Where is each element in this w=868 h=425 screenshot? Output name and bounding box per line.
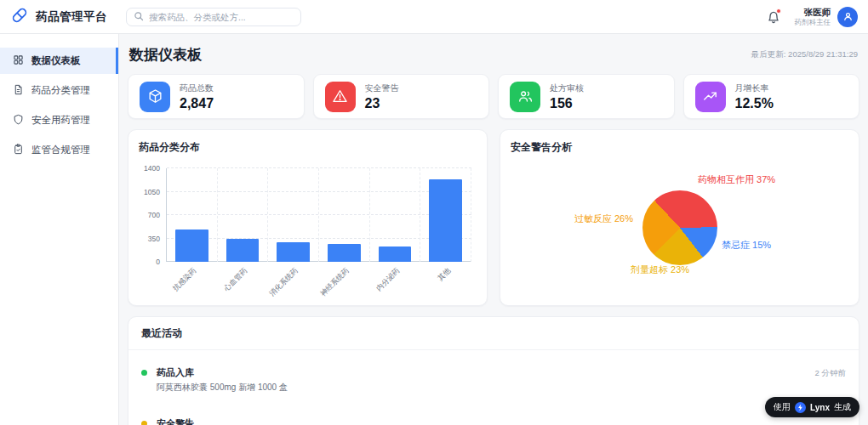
stat-value: 23	[365, 96, 399, 111]
search-input[interactable]	[149, 12, 294, 22]
sidebar-item-label: 监管合规管理	[31, 144, 90, 156]
stat-value: 12.5%	[735, 96, 774, 111]
stat-label: 安全警告	[365, 82, 399, 94]
stat-label: 处方审核	[550, 82, 584, 94]
alert-triangle-icon	[325, 82, 356, 112]
sidebar-item-compliance[interactable]: 监管合规管理	[0, 137, 118, 163]
lynx-logo-icon	[795, 402, 806, 413]
users-icon	[510, 82, 540, 112]
stat-card-safety-alerts: 安全警告 23	[313, 74, 490, 119]
sidebar-item-label: 安全用药管理	[31, 114, 90, 127]
stat-label: 月增长率	[735, 82, 774, 94]
top-header: 药品管理平台 张医师 药剂科主任	[0, 0, 868, 34]
stat-card-prescription-review: 处方审核 156	[498, 74, 675, 119]
status-dot	[141, 370, 147, 376]
badge-prefix: 使用	[774, 401, 791, 413]
stat-label: 药品总数	[180, 82, 214, 94]
recent-activity-title: 最近活动	[128, 317, 859, 350]
bar-columns: 抗感染药心血管药消化系统药神经系统药内分泌药其他	[167, 168, 471, 262]
sidebar-item-drug-category[interactable]: 药品分类管理	[0, 77, 118, 104]
dashboard-grid-icon	[13, 54, 24, 67]
activity-item: 药品入库 阿莫西林胶囊 500mg 新增 1000 盒 2 分钟前	[141, 354, 846, 405]
capsule-pill-icon	[10, 6, 29, 28]
activity-title: 安全警告	[157, 417, 276, 425]
activity-desc: 阿莫西林胶囊 500mg 新增 1000 盒	[157, 382, 288, 394]
pie-chart-title: 安全警告分析	[511, 140, 848, 155]
bar-chart-card: 药品分类分布 035070010501400 抗感染药心血管药消化系统药神经系统…	[128, 129, 488, 306]
main-content: 数据仪表板 最后更新: 2025/8/29 21:31:29 药品总数 2,84…	[119, 34, 868, 425]
activity-time: 2 分钟前	[815, 366, 846, 379]
badge-suffix: 生成	[834, 401, 851, 413]
stats-row: 药品总数 2,847 安全警告 23	[128, 74, 859, 119]
stat-value: 2,847	[180, 96, 214, 111]
pie-label-drug-interaction: 药物相互作用 37%	[698, 173, 775, 186]
sidebar-item-label: 数据仪表板	[31, 54, 81, 67]
search-icon	[134, 9, 144, 25]
bar-y-axis: 035070010501400	[139, 168, 166, 262]
user-role: 药剂科主任	[795, 18, 831, 27]
app-title: 药品管理平台	[36, 9, 107, 25]
status-dot	[141, 421, 147, 425]
app-logo: 药品管理平台	[10, 6, 119, 28]
recent-activity-card: 最近活动 药品入库 阿莫西林胶囊 500mg 新增 1000 盒 2 分钟前 安…	[128, 316, 859, 425]
page-title: 数据仪表板	[129, 45, 202, 65]
clipboard-check-icon	[13, 144, 24, 156]
user-name: 张医师	[795, 7, 831, 18]
trending-up-icon	[695, 82, 726, 112]
shield-icon	[13, 114, 24, 127]
pie-label-contraindication: 禁忌症 15%	[722, 239, 771, 252]
activity-title: 药品入库	[157, 366, 288, 379]
avatar[interactable]	[837, 7, 858, 27]
last-updated: 最后更新: 2025/8/29 21:31:29	[751, 49, 858, 60]
badge-brand: Lynx	[810, 403, 830, 412]
stat-value: 156	[550, 96, 584, 111]
pie	[642, 190, 717, 265]
bar-chart-title: 药品分类分布	[139, 140, 477, 155]
pie-chart-card: 安全警告分析 药物相互作用 37% 禁忌症 15% 剂量超标 23% 过敏反应 …	[500, 129, 859, 306]
pie-area: 药物相互作用 37% 禁忌症 15% 剂量超标 23% 过敏反应 26%	[511, 156, 848, 294]
sidebar-item-dashboard[interactable]: 数据仪表板	[0, 48, 118, 74]
package-icon	[140, 82, 170, 112]
pie-label-overdose: 剂量超标 23%	[631, 264, 689, 276]
sidebar-item-label: 药品分类管理	[31, 84, 90, 97]
pie-label-allergy: 过敏反应 26%	[574, 212, 633, 225]
activity-item: 安全警告 华法林与阿司匹林相互作用检测	[141, 405, 846, 425]
sidebar-item-medication-safety[interactable]: 安全用药管理	[0, 107, 118, 133]
bar-plot: 抗感染药心血管药消化系统药神经系统药内分泌药其他	[166, 168, 471, 262]
lynx-badge[interactable]: 使用 Lynx 生成	[765, 397, 859, 417]
stat-card-monthly-growth: 月增长率 12.5%	[683, 74, 860, 119]
document-icon	[13, 84, 24, 97]
user-menu[interactable]: 张医师 药剂科主任	[795, 7, 859, 27]
sidebar: 数据仪表板 药品分类管理 安全用药管理	[0, 34, 119, 425]
stat-card-total-drugs: 药品总数 2,847	[128, 74, 305, 119]
notification-dot	[776, 8, 781, 14]
search-box[interactable]	[126, 8, 301, 26]
notification-bell-icon[interactable]	[766, 9, 781, 25]
